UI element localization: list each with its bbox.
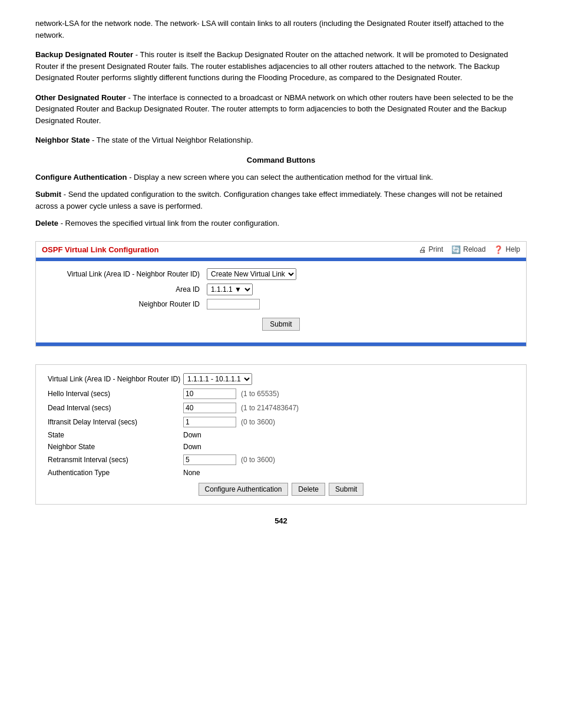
print-action[interactable]: 🖨 Print [419,245,444,254]
ospf-detail-section: Virtual Link (Area ID - Neighbor Router … [35,364,527,505]
ospf-panel-top: OSPF Virtual Link Configuration 🖨 Print … [35,241,527,347]
delete-label-doc: Delete [35,219,58,228]
command-buttons-heading: Command Buttons [35,156,527,164]
detail-hello-interval-row: Hello Interval (secs) (1 to 65535) [48,388,514,399]
detail-hello-interval-hint: (1 to 65535) [241,390,279,398]
detail-state-value: Down [183,431,201,439]
panel-title: OSPF Virtual Link Configuration [42,245,158,254]
reload-icon: 🔄 [451,245,461,254]
configure-authentication-button[interactable]: Configure Authentication [199,483,289,496]
intro-text-block: network-LSA for the network node. The ne… [35,18,527,41]
detail-state-label: State [48,431,183,439]
delete-description: Delete - Removes the specified virtual l… [35,218,527,229]
intro-text: network-LSA for the network node. The ne… [35,19,504,39]
neighbor-router-id-row: Neighbor Router ID [48,299,514,309]
page-content: network-LSA for the network node. The ne… [0,0,562,543]
neighbor-state-label: Neighbor State [35,136,90,144]
print-label: Print [429,245,444,253]
area-id-select[interactable]: 1.1.1.1 ▼ [207,284,253,295]
area-id-row: Area ID 1.1.1.1 ▼ [48,284,514,295]
detail-retransmit-hint: (0 to 3600) [241,456,275,464]
detail-retransmit-label: Retransmit Interval (secs) [48,456,183,464]
submit-button-top[interactable]: Submit [262,318,299,331]
delete-button[interactable]: Delete [292,483,325,496]
detail-virtual-link-label: Virtual Link (Area ID - Neighbor Router … [48,375,183,383]
detail-retransmit-row: Retransmit Interval (secs) (0 to 3600) [48,454,514,465]
detail-virtual-link-select[interactable]: 1.1.1.1 - 10.1.1.1 [183,373,252,385]
reload-action[interactable]: 🔄 Reload [451,245,485,254]
neighbor-router-id-label: Neighbor Router ID [48,300,207,308]
help-icon: ❓ [494,245,503,254]
detail-neighbor-state-value: Down [183,443,201,451]
detail-dead-interval-row: Dead Interval (secs) (1 to 2147483647) [48,403,514,413]
detail-iftransit-label: Iftransit Delay Interval (secs) [48,418,183,426]
help-action[interactable]: ❓ Help [494,245,520,254]
detail-auth-type-label: Authentication Type [48,469,183,477]
detail-auth-type-value: None [183,469,200,477]
detail-auth-type-row: Authentication Type None [48,469,514,477]
detail-state-row: State Down [48,431,514,439]
detail-hello-interval-input[interactable] [183,388,236,399]
blue-bar-bottom [36,342,526,346]
other-dr-title: Other Designated Router [35,93,126,102]
print-icon: 🖨 [419,245,427,254]
configure-auth-description: Configure Authentication - Display a new… [35,172,527,183]
detail-neighbor-state-label: Neighbor State [48,443,183,451]
submit-text: - Send the updated configuration to the … [35,190,503,210]
submit-button-detail[interactable]: Submit [329,483,363,496]
detail-iftransit-hint: (0 to 3600) [241,418,275,426]
detail-retransmit-input[interactable] [183,454,236,465]
area-id-label: Area ID [48,285,207,294]
virtual-link-row: Virtual Link (Area ID - Neighbor Router … [48,268,514,280]
detail-dead-interval-hint: (1 to 2147483647) [241,404,299,412]
detail-dead-interval-input[interactable] [183,403,236,413]
panel-actions: 🖨 Print 🔄 Reload ❓ Help [419,245,520,254]
configure-auth-label: Configure Authentication [35,173,127,182]
other-dr-block: Other Designated Router - The interface … [35,92,527,127]
neighbor-router-id-input[interactable] [207,299,260,309]
detail-iftransit-input[interactable] [183,417,236,427]
detail-virtual-link-row: Virtual Link (Area ID - Neighbor Router … [48,373,514,385]
detail-dead-interval-label: Dead Interval (secs) [48,404,183,412]
help-label: Help [505,245,520,253]
panel-form-top: Virtual Link (Area ID - Neighbor Router … [36,261,526,342]
submit-description: Submit - Send the updated configuration … [35,189,527,212]
neighbor-state-text: - The state of the Virtual Neighbor Rela… [92,136,253,144]
panel-header: OSPF Virtual Link Configuration 🖨 Print … [36,242,526,258]
detail-neighbor-state-row: Neighbor State Down [48,443,514,451]
detail-btn-row: Configure Authentication Delete Submit [48,483,514,496]
detail-hello-interval-label: Hello Interval (secs) [48,390,183,398]
configure-auth-text: - Display a new screen where you can sel… [129,173,433,182]
submit-label-doc: Submit [35,190,61,199]
reload-label: Reload [463,245,485,253]
page-number: 542 [35,516,527,525]
detail-iftransit-row: Iftransit Delay Interval (secs) (0 to 36… [48,417,514,427]
delete-text: - Removes the specified virtual link fro… [61,219,279,228]
virtual-link-select[interactable]: Create New Virtual Link [207,268,296,280]
backup-dr-title: Backup Designated Router [35,50,133,59]
submit-btn-row-top: Submit [48,313,514,335]
neighbor-state-description: Neighbor State - The state of the Virtua… [35,134,527,146]
virtual-link-label: Virtual Link (Area ID - Neighbor Router … [48,270,207,278]
backup-dr-block: Backup Designated Router - This router i… [35,49,527,84]
